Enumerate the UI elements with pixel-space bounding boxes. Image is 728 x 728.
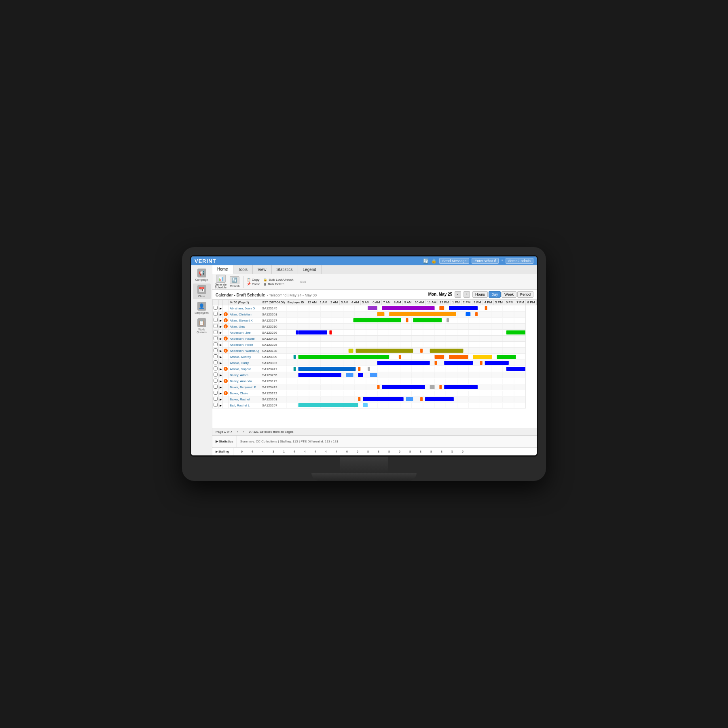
tab-view[interactable]: View: [253, 265, 272, 274]
refresh-icon[interactable]: 🔄: [423, 258, 429, 264]
employee-name-cell[interactable]: Allan, Stewart X: [229, 317, 261, 324]
row-expand-cell[interactable]: ▶: [219, 396, 223, 402]
row-expand-cell[interactable]: ▶: [219, 390, 223, 396]
row-checkbox-cell[interactable]: [213, 390, 219, 396]
employee-name-cell[interactable]: Anderson, Joe: [229, 330, 261, 336]
table-row[interactable]: ▶ Arnold, Harry SA123387: [213, 360, 537, 366]
employee-name[interactable]: Allan, Una: [230, 325, 245, 328]
employee-name[interactable]: Arnold, Audrey: [230, 355, 251, 359]
row-expand-cell[interactable]: ▶: [219, 378, 223, 384]
send-message-button[interactable]: Send Message: [439, 258, 469, 264]
schedule-bars-cell[interactable]: [286, 354, 526, 360]
row-expand-cell[interactable]: ▶: [219, 372, 223, 378]
row-checkbox-cell[interactable]: [213, 384, 219, 390]
employee-name[interactable]: Allan, Christian: [230, 313, 252, 316]
schedule-bars-cell[interactable]: [286, 378, 526, 384]
schedule-bars-cell[interactable]: [286, 372, 526, 378]
expand-icon[interactable]: ▶: [220, 343, 222, 346]
expand-icon[interactable]: ▶: [220, 380, 222, 383]
paste-button[interactable]: 📌 Paste: [247, 282, 260, 286]
row-expand-cell[interactable]: ▶: [219, 360, 223, 366]
row-checkbox[interactable]: [214, 318, 218, 322]
period-view-button[interactable]: Period: [517, 291, 533, 298]
table-row[interactable]: ▶ Abraham, Joan D SA123145: [213, 305, 537, 311]
expand-icon[interactable]: ▶: [220, 404, 222, 407]
schedule-bars-cell[interactable]: [286, 342, 526, 348]
tab-statistics[interactable]: Statistics: [272, 265, 298, 274]
row-checkbox-cell[interactable]: [213, 348, 219, 354]
schedule-bars-cell[interactable]: [286, 317, 526, 324]
next-day-button[interactable]: ›: [463, 291, 470, 298]
row-checkbox[interactable]: [214, 397, 218, 401]
row-checkbox-cell[interactable]: [213, 311, 219, 317]
employee-name-cell[interactable]: Baker, Claire: [229, 390, 261, 396]
employee-name[interactable]: Baker, Benjamin F: [230, 385, 256, 389]
employee-name[interactable]: Allan, Stewart X: [230, 319, 253, 322]
employee-name-cell[interactable]: Anderson, Rose: [229, 342, 261, 348]
expand-icon[interactable]: ▶: [220, 386, 222, 389]
employee-name[interactable]: Arnold, Sophie: [230, 367, 251, 371]
expand-icon[interactable]: ▶: [220, 349, 222, 352]
bulk-lock-unlock-button[interactable]: 🔒 Bulk Lock/Unlock: [263, 278, 293, 281]
schedule-bars-cell[interactable]: [286, 366, 526, 372]
expand-icon[interactable]: ▶: [220, 368, 222, 370]
week-view-button[interactable]: Week: [502, 291, 516, 298]
row-expand-cell[interactable]: ▶: [219, 324, 223, 330]
row-checkbox-cell[interactable]: [213, 336, 219, 342]
row-checkbox-cell[interactable]: [213, 305, 219, 311]
employee-name[interactable]: Anderson, Rose: [230, 343, 253, 347]
sidebar-item-campaign[interactable]: 📢 Campaign: [193, 267, 211, 283]
table-row[interactable]: ▶ ! Baker, Claire SA123222: [213, 390, 537, 396]
row-checkbox[interactable]: [214, 330, 218, 334]
employee-name-cell[interactable]: Baker, Rachel: [229, 396, 261, 402]
row-checkbox[interactable]: [214, 385, 218, 389]
row-expand-cell[interactable]: ▶: [219, 336, 223, 342]
employee-name[interactable]: Baker, Rachel: [230, 398, 250, 401]
table-row[interactable]: ▶ Bailey, Adam SA123265: [213, 372, 537, 378]
employee-name[interactable]: Abraham, Joan D: [230, 307, 255, 310]
row-checkbox-cell[interactable]: [213, 324, 219, 330]
employee-name-cell[interactable]: Abraham, Joan D: [229, 305, 261, 311]
employee-name-cell[interactable]: Bailey, Amanda: [229, 378, 261, 384]
table-row[interactable]: ▶ Ball, Rachel L SA123257: [213, 402, 537, 408]
table-row[interactable]: ▶ Anderson, Rose SA123325: [213, 342, 537, 348]
row-checkbox-cell[interactable]: [213, 366, 219, 372]
row-expand-cell[interactable]: ▶: [219, 317, 223, 324]
table-row[interactable]: ▶ ! Anderson, Wanda Q SA123188: [213, 348, 537, 354]
expand-icon[interactable]: ▶: [220, 325, 222, 328]
prev-day-button[interactable]: ‹: [455, 291, 461, 298]
employee-name-cell[interactable]: Bailey, Adam: [229, 372, 261, 378]
table-row[interactable]: ▶ ! Bailey, Amanda SA123172: [213, 378, 537, 384]
copy-button[interactable]: 📋 Copy: [247, 278, 260, 281]
expand-icon[interactable]: ▶: [220, 392, 222, 395]
help-icon[interactable]: ?: [501, 259, 503, 263]
row-checkbox[interactable]: [214, 342, 218, 346]
schedule-bars-cell[interactable]: [286, 402, 526, 408]
table-row[interactable]: ▶ Baker, Benjamin F SA123413: [213, 384, 537, 390]
expand-icon[interactable]: ▶: [220, 331, 222, 334]
row-checkbox[interactable]: [214, 403, 218, 407]
nav-prev[interactable]: ‹: [237, 430, 238, 434]
schedule-bars-cell[interactable]: [286, 330, 526, 336]
schedule-bars-cell[interactable]: [286, 360, 526, 366]
expand-icon[interactable]: ▶: [220, 362, 222, 364]
user-menu[interactable]: demo2-admin: [506, 258, 533, 264]
schedule-bars-cell[interactable]: [286, 396, 526, 402]
row-expand-cell[interactable]: ▶: [219, 305, 223, 311]
employee-name-cell[interactable]: Allan, Christian: [229, 311, 261, 317]
row-expand-cell[interactable]: ▶: [219, 366, 223, 372]
row-checkbox-cell[interactable]: [213, 372, 219, 378]
row-checkbox[interactable]: [214, 354, 218, 358]
employee-name[interactable]: Ball, Rachel L: [230, 404, 250, 407]
row-expand-cell[interactable]: ▶: [219, 311, 223, 317]
table-row[interactable]: ▶ Baker, Rachel SA123361: [213, 396, 537, 402]
schedule-bars-cell[interactable]: [286, 305, 526, 311]
employee-name[interactable]: Baker, Claire: [230, 392, 248, 395]
expand-icon[interactable]: ▶: [220, 307, 222, 310]
row-expand-cell[interactable]: ▶: [219, 330, 223, 336]
employee-name-cell[interactable]: Anderson, Wanda Q: [229, 348, 261, 354]
nav-next[interactable]: ›: [243, 430, 244, 434]
table-row[interactable]: ▶ ! Allan, Una SA123210: [213, 324, 537, 330]
row-checkbox[interactable]: [214, 348, 218, 352]
employee-name-cell[interactable]: Arnold, Audrey: [229, 354, 261, 360]
